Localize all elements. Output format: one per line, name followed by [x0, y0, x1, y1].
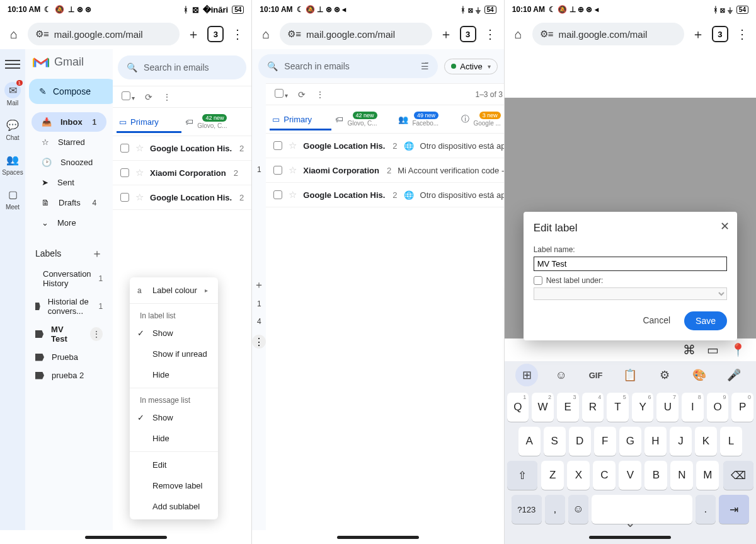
- space-key[interactable]: [592, 495, 692, 524]
- nest-checkbox[interactable]: [534, 276, 542, 285]
- close-icon[interactable]: ✕: [720, 219, 730, 233]
- key-a[interactable]: A: [518, 427, 541, 456]
- menu-show-if-unread[interactable]: Show if unread: [130, 344, 218, 364]
- key-l[interactable]: L: [720, 427, 742, 456]
- key-v[interactable]: V: [619, 461, 641, 490]
- settings-icon[interactable]: ⚙: [653, 364, 676, 386]
- comma-key[interactable]: ,: [545, 495, 565, 524]
- tab-primary[interactable]: ▭ Primary: [117, 111, 181, 133]
- star-icon[interactable]: ☆: [289, 140, 297, 151]
- key-h[interactable]: H: [644, 427, 667, 456]
- star-icon[interactable]: ☆: [135, 142, 144, 154]
- rail-meet[interactable]: ▢Meet: [0, 186, 25, 211]
- enter-key[interactable]: ⇥: [719, 495, 749, 524]
- tab-promotions[interactable]: 🏷 42 newGlovo, C...: [183, 108, 248, 136]
- star-icon[interactable]: ☆: [289, 189, 297, 200]
- nav-snoozed[interactable]: 🕑Snoozed: [32, 153, 106, 172]
- tab-social[interactable]: 👥49 newFacebo...: [396, 105, 457, 133]
- more-icon[interactable]: ⋮: [163, 92, 171, 102]
- label-item[interactable]: MV Test⋮: [25, 320, 113, 348]
- key-j[interactable]: J: [670, 427, 692, 456]
- home-icon[interactable]: ⌂: [257, 25, 275, 43]
- browser-menu-icon[interactable]: ⋮: [733, 25, 751, 43]
- browser-menu-icon[interactable]: ⋮: [481, 25, 499, 43]
- key-n[interactable]: N: [670, 461, 693, 490]
- tab-updates[interactable]: ⓘ3 newGoogle ...: [459, 105, 503, 133]
- menu-remove-label[interactable]: Remove label: [130, 475, 218, 496]
- new-tab-icon[interactable]: ＋: [689, 25, 707, 43]
- row-checkbox[interactable]: [273, 166, 282, 175]
- email-row[interactable]: ☆Xiaomi Corporation2: [113, 161, 251, 185]
- select-all-checkbox[interactable]: ▾: [275, 89, 288, 100]
- row-checkbox[interactable]: [273, 141, 282, 150]
- star-icon[interactable]: ☆: [289, 165, 297, 176]
- menu-hide-msg[interactable]: Hide: [130, 428, 218, 449]
- backspace-key[interactable]: ⌫: [723, 461, 753, 490]
- key-d[interactable]: D: [569, 427, 591, 456]
- apps-icon[interactable]: ⊞: [515, 364, 538, 386]
- card-icon[interactable]: ▭: [707, 342, 719, 357]
- label-item[interactable]: Historial de convers...1: [25, 292, 113, 320]
- star-icon[interactable]: ☆: [135, 192, 144, 203]
- browser-menu-icon[interactable]: ⋮: [229, 25, 246, 43]
- key-t[interactable]: T5: [607, 393, 629, 422]
- mic-icon[interactable]: 🎤: [723, 364, 745, 386]
- tab-promotions[interactable]: 🏷42 newGlovo, C...: [333, 105, 394, 133]
- active-chip[interactable]: Active▾: [444, 59, 497, 74]
- key-z[interactable]: Z: [541, 461, 564, 490]
- key-x[interactable]: X: [567, 461, 590, 490]
- sticker-icon[interactable]: ☺: [550, 364, 573, 386]
- theme-icon[interactable]: 🎨: [688, 364, 711, 386]
- menu-add-sublabel[interactable]: Add sublabel: [130, 496, 218, 517]
- key-f[interactable]: F: [594, 427, 616, 456]
- menu-hide[interactable]: Hide: [130, 364, 218, 385]
- refresh-icon[interactable]: ⟳: [298, 90, 306, 100]
- tab-primary[interactable]: ▭Primary: [270, 108, 331, 130]
- key-g[interactable]: G: [619, 427, 641, 456]
- search-box[interactable]: 🔍 Search in emails ☰̈: [258, 54, 438, 78]
- row-checkbox[interactable]: [120, 193, 129, 202]
- period-key[interactable]: .: [696, 495, 716, 524]
- key-e[interactable]: E3: [557, 393, 579, 422]
- filter-icon[interactable]: ☰̈: [421, 61, 429, 71]
- nav-inbox[interactable]: 📥Inbox1: [32, 112, 106, 132]
- nav-starred[interactable]: ☆Starred: [32, 132, 106, 152]
- symbols-key[interactable]: ?123: [512, 495, 542, 524]
- clipboard-icon[interactable]: 📋: [619, 364, 641, 386]
- gif-icon[interactable]: GIF: [585, 364, 607, 386]
- tab-count[interactable]: 3: [207, 26, 224, 42]
- nest-select[interactable]: [534, 287, 727, 300]
- compose-button[interactable]: ✎ Compose: [29, 79, 113, 104]
- key-m[interactable]: M: [696, 461, 719, 490]
- menu-show[interactable]: ✓Show: [130, 323, 218, 344]
- row-checkbox[interactable]: [120, 168, 129, 177]
- rail-mail[interactable]: ✉ 1 Mail: [0, 82, 25, 107]
- label-name-input[interactable]: [534, 257, 727, 271]
- new-tab-icon[interactable]: ＋: [185, 25, 202, 43]
- key-i[interactable]: I8: [682, 393, 704, 422]
- collapse-keyboard-icon[interactable]: ⌄: [625, 515, 636, 530]
- star-icon[interactable]: ☆: [135, 167, 144, 178]
- nav-sent[interactable]: ➤Sent: [32, 173, 106, 192]
- select-all-checkbox[interactable]: ▾: [122, 91, 135, 102]
- tab-count[interactable]: 3: [712, 26, 728, 42]
- menu-edit[interactable]: Edit: [130, 454, 218, 475]
- label-more-icon[interactable]: ⋮: [90, 327, 103, 341]
- key-icon[interactable]: ⌘: [683, 342, 696, 357]
- more-icon[interactable]: ⋮: [316, 90, 324, 100]
- home-icon[interactable]: ⌂: [510, 25, 527, 43]
- search-box[interactable]: 🔍 Search in emails: [118, 55, 246, 79]
- key-w[interactable]: W2: [532, 393, 554, 422]
- refresh-icon[interactable]: ⟳: [145, 92, 152, 102]
- email-row[interactable]: ☆Google Location His.2🌐Otro dispositivo …: [266, 134, 503, 158]
- label-item[interactable]: Conversation History1: [25, 265, 113, 292]
- url-bar[interactable]: ⚙≡ mail.google.com/mail: [28, 23, 180, 45]
- key-b[interactable]: B: [644, 461, 667, 490]
- row-checkbox[interactable]: [120, 144, 129, 153]
- cancel-button[interactable]: Cancel: [638, 311, 675, 330]
- save-button[interactable]: Save: [684, 311, 727, 330]
- shift-key[interactable]: ⇧: [507, 461, 537, 490]
- email-row[interactable]: ☆Google Location His.2: [113, 136, 251, 161]
- new-tab-icon[interactable]: ＋: [437, 25, 455, 43]
- rail-chat[interactable]: 💬Chat: [0, 117, 25, 141]
